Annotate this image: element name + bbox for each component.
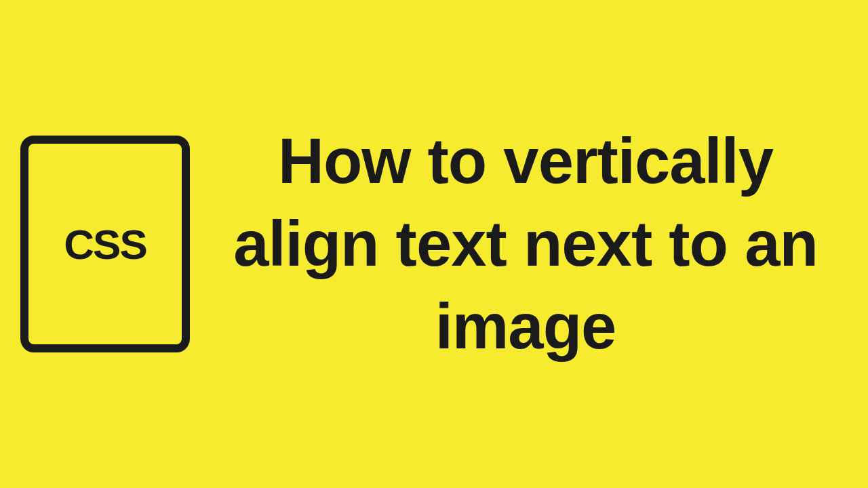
css-logo-box: CSS xyxy=(20,136,190,352)
css-label: CSS xyxy=(64,220,146,268)
main-title: How to vertically align text next to an … xyxy=(190,120,848,369)
